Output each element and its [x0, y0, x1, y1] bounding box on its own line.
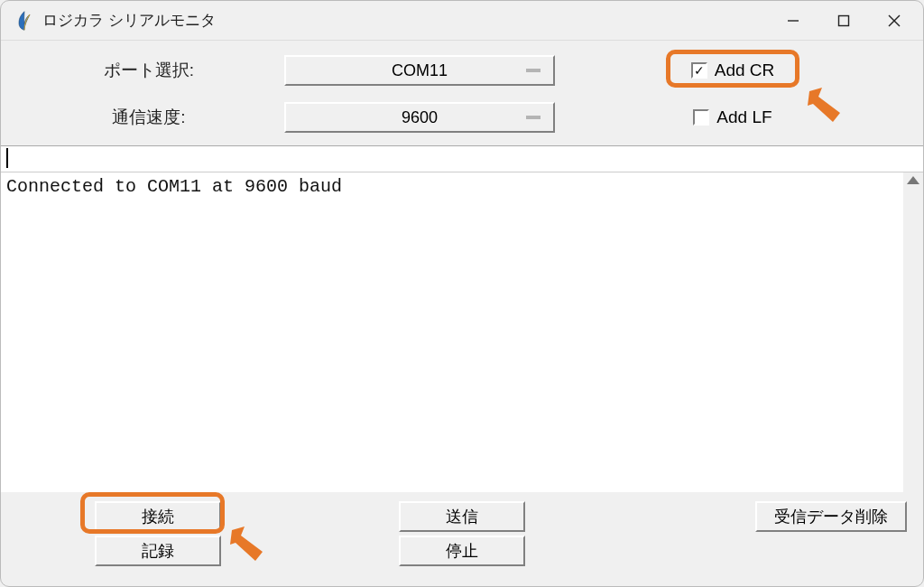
tk-feather-icon — [15, 10, 33, 32]
add-lf-checkbox[interactable]: Add LF — [693, 107, 772, 127]
dropdown-handle-icon — [526, 116, 541, 119]
config-panel: ポート選択: COM11 ✓ Add CR 通信速度: 9600 — [1, 41, 923, 145]
output-wrap: Connected to COM11 at 9600 baud — [1, 172, 923, 492]
send-input[interactable] — [1, 145, 923, 172]
app-window: ロジカラ シリアルモニタ ポート選択: COM11 ✓ Add — [0, 0, 924, 587]
port-row: ポート選択: COM11 ✓ Add CR — [14, 55, 910, 86]
maximize-button[interactable] — [818, 3, 869, 39]
port-dropdown[interactable]: COM11 — [284, 55, 555, 86]
port-value: COM11 — [392, 61, 448, 80]
send-button[interactable]: 送信 — [399, 501, 525, 532]
baud-label: 通信速度: — [14, 106, 284, 129]
titlebar: ロジカラ シリアルモニタ — [1, 1, 923, 41]
dropdown-handle-icon — [526, 69, 541, 72]
receive-output[interactable]: Connected to COM11 at 9600 baud — [1, 172, 903, 492]
add-cr-checkbox[interactable]: ✓ Add CR — [691, 61, 775, 80]
window-controls — [768, 3, 919, 39]
clear-rx-button[interactable]: 受信データ削除 — [755, 501, 907, 532]
record-button[interactable]: 記録 — [95, 536, 221, 566]
minimize-button[interactable] — [768, 3, 818, 39]
close-button[interactable] — [869, 3, 919, 39]
port-label: ポート選択: — [14, 59, 284, 82]
button-bar: 接続 送信 受信データ削除 記録 停止 — [1, 492, 923, 586]
scrollbar[interactable] — [903, 172, 923, 492]
checkbox-checked-icon: ✓ — [691, 62, 707, 79]
text-cursor-icon — [6, 148, 8, 168]
checkbox-unchecked-icon — [693, 109, 709, 126]
baud-dropdown[interactable]: 9600 — [284, 102, 555, 133]
scroll-up-icon — [907, 176, 919, 184]
window-title: ロジカラ シリアルモニタ — [42, 10, 768, 31]
baud-value: 9600 — [402, 108, 438, 127]
stop-button[interactable]: 停止 — [399, 536, 525, 566]
baud-row: 通信速度: 9600 Add LF — [14, 102, 910, 133]
svg-rect-1 — [839, 15, 849, 25]
add-lf-label: Add LF — [716, 107, 772, 127]
add-cr-label: Add CR — [715, 61, 775, 80]
connect-button[interactable]: 接続 — [95, 501, 221, 532]
